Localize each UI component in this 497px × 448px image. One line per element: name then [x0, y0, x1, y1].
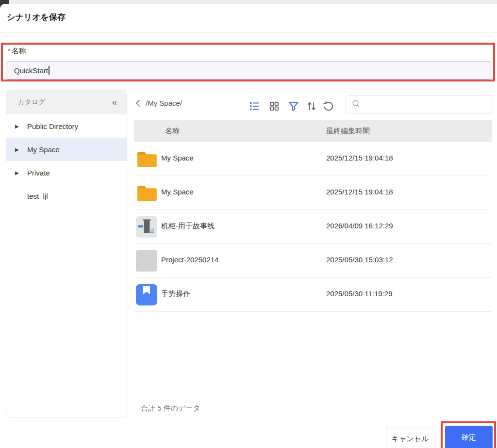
column-header-name: 名称: [165, 127, 180, 136]
list-view-button[interactable]: [248, 99, 261, 113]
name-field-highlight: *名称 QuickStart: [1, 43, 495, 81]
sidebar-item-label: test_ljl: [27, 192, 48, 200]
column-header-time: 最終編集時間: [326, 127, 370, 136]
sidebar-item-test-ljl[interactable]: test_ljl: [6, 184, 127, 208]
breadcrumb-path[interactable]: /My Space/: [146, 99, 182, 107]
table-row[interactable]: Project-202502142025/05/30 15:03:12: [134, 244, 492, 278]
file-time: 2025/12/15 19:04:18: [326, 154, 393, 162]
backdrop-strip: [0, 0, 497, 4]
table-row[interactable]: 机柜-用于故事线2026/04/09 16:12:29: [134, 210, 492, 244]
search-box[interactable]: [346, 96, 492, 113]
sidebar-item-private[interactable]: ▶Private: [6, 161, 127, 184]
divider: [0, 32, 497, 33]
summary-text: 合計 5 件のデータ: [141, 404, 200, 413]
expand-arrow-icon[interactable]: ▶: [15, 147, 27, 152]
back-chevron-icon[interactable]: [135, 99, 141, 107]
name-input[interactable]: QuickStart: [6, 61, 491, 80]
table-row[interactable]: My Space2025/12/15 19:04:18: [134, 142, 492, 176]
text-caret: [49, 66, 50, 75]
expand-arrow-icon[interactable]: ▶: [15, 170, 27, 176]
file-table-body: My Space2025/12/15 19:04:18My Space2025/…: [134, 142, 492, 312]
file-time: 2026/04/09 16:12:29: [326, 222, 393, 230]
expand-arrow-icon[interactable]: ▶: [15, 124, 27, 129]
file-time: 2025/05/30 15:03:12: [326, 256, 393, 264]
gray-placeholder-icon: [136, 250, 157, 272]
file-time: 2025/05/30 11:19:29: [326, 289, 393, 298]
breadcrumb: /My Space/: [135, 99, 182, 107]
bookmark-app-icon: [136, 284, 157, 305]
file-name: My Space: [161, 154, 194, 162]
file-name: My Space: [161, 188, 194, 196]
required-asterisk: *: [8, 47, 11, 55]
collapse-icon[interactable]: «: [112, 97, 117, 108]
table-row[interactable]: My Space2025/12/15 19:04:18: [134, 176, 492, 210]
file-name: 机柜-用于故事线: [161, 222, 215, 231]
sidebar-item-public-directory[interactable]: ▶Public Directory: [6, 114, 127, 138]
file-name: 手势操作: [161, 289, 190, 299]
catalog-title: カタログ: [17, 98, 45, 107]
name-field-label-row: *名称: [8, 47, 26, 56]
file-name: Project-20250214: [161, 256, 218, 264]
dialog-panel: シナリオを保存 *名称 QuickStart カタログ « ▶Public Di…: [0, 4, 497, 448]
sidebar-item-label: Private: [27, 169, 50, 177]
cancel-button[interactable]: キャンセル: [386, 428, 434, 448]
file-time: 2025/12/15 19:04:18: [326, 188, 393, 196]
name-input-value: QuickStart: [14, 66, 48, 75]
save-scenario-dialog: シナリオを保存 *名称 QuickStart カタログ « ▶Public Di…: [0, 0, 497, 448]
filter-icon-button[interactable]: [287, 99, 300, 113]
catalog-tree: ▶Public Directory▶My Space▶Privatetest_l…: [6, 114, 127, 208]
sidebar-item-label: My Space: [27, 145, 60, 154]
catalog-header: カタログ «: [6, 90, 127, 114]
grid-view-button[interactable]: [267, 99, 281, 113]
folder-icon: [136, 182, 157, 204]
sidebar-item-my-space[interactable]: ▶My Space: [6, 138, 127, 161]
table-row[interactable]: 手势操作2025/05/30 11:19:29: [134, 278, 492, 312]
sort-icon-button[interactable]: [305, 99, 318, 113]
table-header: 名称 最終編集時間: [134, 120, 492, 142]
dialog-title: シナリオを保存: [7, 12, 66, 23]
cabinet-thumbnail-icon: [136, 216, 157, 238]
sidebar-item-label: Public Directory: [27, 122, 78, 130]
folder-icon: [136, 148, 157, 170]
catalog-panel: カタログ « ▶Public Directory▶My Space▶Privat…: [6, 90, 127, 417]
name-field-label: 名称: [12, 47, 26, 55]
refresh-icon-button[interactable]: [322, 99, 335, 113]
search-input[interactable]: [364, 101, 492, 109]
confirm-button[interactable]: 確定: [445, 426, 493, 448]
search-icon: [352, 99, 360, 110]
